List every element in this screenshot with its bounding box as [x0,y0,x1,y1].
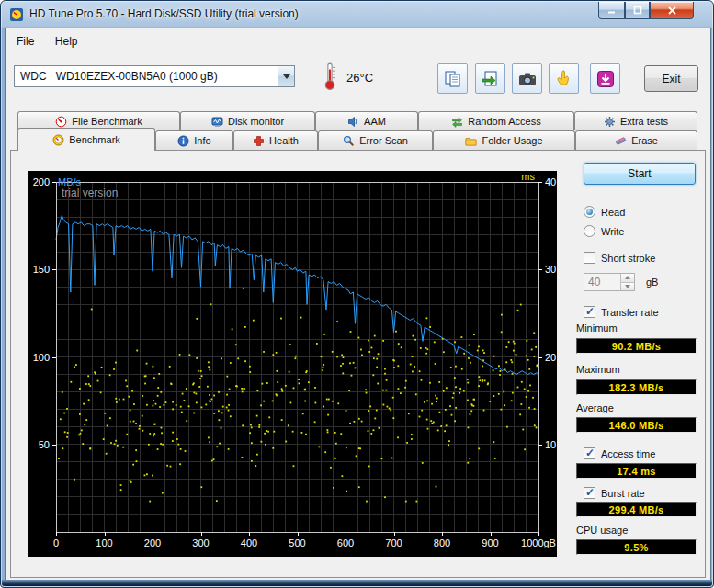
short-stroke-label: Short stroke [601,253,655,264]
svg-text:10: 10 [545,439,556,450]
svg-text:0: 0 [53,537,59,548]
spin-up-button[interactable] [620,274,634,283]
short-stroke-checkbox[interactable] [584,252,595,264]
short-stroke-size-input[interactable]: 40 [584,273,635,291]
minimum-label: Minimum [576,322,618,334]
cpu-usage-label: CPU usage [576,525,628,536]
svg-text:trial version: trial version [62,187,118,199]
app-icon [9,7,24,22]
minimize-button[interactable] [598,2,625,19]
close-icon [667,6,677,16]
burst-rate-value: 299.4 MB/s [576,502,697,517]
transfer-rate-row[interactable]: Transfer rate [584,306,659,318]
svg-text:30: 30 [545,264,556,275]
read-radio-row[interactable]: Read [584,206,625,218]
svg-text:40: 40 [545,176,556,187]
health-icon [253,135,265,147]
minimum-value: 90.2 MB/s [576,338,697,354]
tab-label: Error Scan [359,135,408,146]
svg-text:100: 100 [33,352,50,363]
menu-help[interactable]: Help [47,33,86,50]
svg-text:1000gB: 1000gB [521,537,556,548]
tab-aam[interactable]: AAM [315,111,418,130]
access-time-checkbox[interactable] [584,447,595,459]
short-stroke-row[interactable]: Short stroke [584,252,655,264]
read-radio[interactable] [584,206,595,218]
minimize-icon [607,6,617,15]
tab-disk-monitor[interactable]: Disk monitor [180,111,315,130]
svg-text:50: 50 [39,439,50,450]
tab-label: Erase [631,135,658,146]
export-icon [481,69,501,89]
burst-rate-checkbox[interactable] [584,487,595,499]
chevron-down-icon[interactable] [278,66,294,86]
disk-monitor-icon [211,116,223,128]
svg-text:100: 100 [96,537,112,548]
tab-label: File Benchmark [72,116,142,127]
tab-label: Health [269,135,299,146]
short-stroke-size-value[interactable]: 40 [584,274,620,290]
svg-text:700: 700 [385,537,402,548]
screenshot-button[interactable] [512,63,542,94]
erase-icon [615,135,627,147]
window-frame-bottom [2,580,712,586]
svg-text:600: 600 [337,537,354,548]
tab-extra-tests[interactable]: Extra tests [574,111,697,130]
extra-tests-icon [604,116,616,128]
tab-label: Info [194,135,210,146]
copy-button[interactable] [437,63,468,94]
random-access-icon [451,116,463,128]
read-label: Read [601,207,625,218]
access-time-value: 17.4 ms [576,463,697,479]
svg-text:500: 500 [289,537,305,548]
tab-random-access[interactable]: Random Access [418,111,574,130]
average-value: 146.0 MB/s [576,417,697,433]
download-icon [595,69,616,89]
write-radio[interactable] [584,225,595,237]
info-icon [177,135,189,147]
temperature-value: 26°C [346,71,373,85]
menu-bar: File Help [8,32,85,51]
transfer-rate-checkbox[interactable] [584,306,595,318]
burst-rate-label: Burst rate [601,488,645,499]
access-time-label: Access time [601,448,655,459]
menu-file[interactable]: File [8,33,42,50]
download-button[interactable] [590,63,620,94]
access-time-row[interactable]: Access time [584,447,655,459]
write-label: Write [601,226,624,237]
tab-erase[interactable]: Erase [575,130,697,150]
camera-icon [517,69,538,89]
tab-error-scan[interactable]: Error Scan [318,130,433,150]
write-radio-row[interactable]: Write [584,225,624,237]
close-button[interactable] [650,2,694,19]
maximize-button[interactable] [625,2,650,19]
svg-text:150: 150 [33,264,50,275]
spin-down-button[interactable] [620,283,634,291]
tab-info[interactable]: Info [155,130,233,150]
svg-text:300: 300 [192,537,209,548]
maximum-label: Maximum [576,364,620,375]
svg-text:800: 800 [434,537,450,548]
folder-usage-icon [465,135,477,147]
tab-folder-usage[interactable]: Folder Usage [433,130,575,150]
copy-icon [443,69,463,89]
exit-button[interactable]: Exit [644,65,698,92]
svg-text:200: 200 [33,176,50,187]
drive-selector[interactable]: WDC WD10EZEX-00BN5A0 (1000 gB) [14,65,295,87]
start-button[interactable]: Start [584,163,696,185]
benchmark-icon [52,134,64,146]
tab-benchmark[interactable]: Benchmark [17,128,155,151]
titlebar[interactable]: HD Tune Pro 5.70 - Hard Disk/SSD Utility… [1,1,714,28]
export-button[interactable] [475,63,505,94]
svg-text:20: 20 [545,352,556,363]
tab-health[interactable]: Health [233,130,318,150]
hand-icon [554,69,574,89]
app-window: HD Tune Pro 5.70 - Hard Disk/SSD Utility… [0,0,714,588]
benchmark-chart: 01002003004005006007008009001000gB501001… [28,171,557,557]
tab-label: Benchmark [69,134,120,145]
svg-text:200: 200 [144,537,161,548]
drive-selector-value: WDC WD10EZEX-00BN5A0 (1000 gB) [15,70,278,83]
transfer-rate-label: Transfer rate [601,307,659,318]
burst-rate-row[interactable]: Burst rate [584,487,645,499]
donate-button[interactable] [549,63,579,94]
